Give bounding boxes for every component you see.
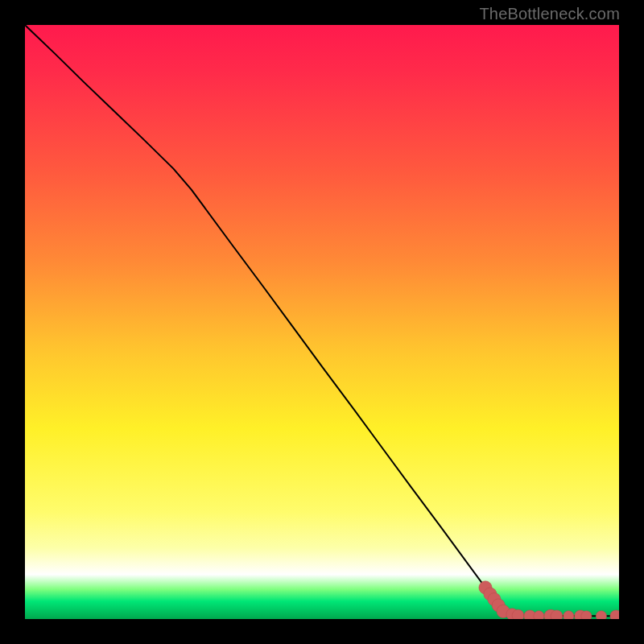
data-marker <box>581 611 592 619</box>
data-marker <box>564 611 574 619</box>
data-marker <box>610 610 619 619</box>
chart-stage: TheBottleneck.com <box>0 0 644 644</box>
watermark-text: TheBottleneck.com <box>479 5 620 23</box>
marker-group <box>479 581 619 619</box>
data-marker <box>534 611 544 619</box>
curve-line <box>25 25 619 616</box>
chart-overlay <box>25 25 619 619</box>
plot-area <box>25 25 619 619</box>
data-marker <box>596 611 606 619</box>
